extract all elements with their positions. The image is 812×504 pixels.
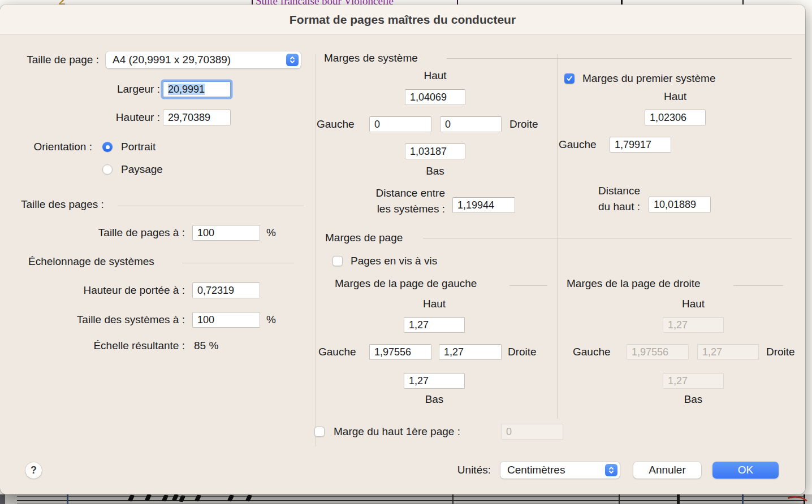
section-rule: [447, 58, 792, 59]
left-page-bottom-field[interactable]: 1,27: [404, 373, 465, 389]
barline: [452, 494, 453, 504]
staff-line: [17, 500, 805, 501]
right-page-section-label: Marges de la page de droite: [567, 277, 701, 290]
height-field[interactable]: 29,70389: [163, 110, 231, 125]
system-margin-top-field[interactable]: 1,04069: [405, 89, 465, 105]
orientation-label: Orientation :: [11, 141, 92, 153]
staff-height-field[interactable]: 0,72319: [192, 283, 260, 298]
section-rule: [118, 206, 304, 206]
width-value: 20,9991: [168, 84, 205, 95]
left-page-top-field[interactable]: 1,27: [404, 317, 465, 333]
barline: [619, 494, 620, 504]
first-system-distance-label: Distance du haut :: [565, 183, 640, 215]
first-system-distance-label-line1: Distance: [565, 183, 640, 199]
portrait-label: Portrait: [121, 141, 156, 153]
section-rule: [509, 285, 547, 286]
left-page-section-label: Marges de la page de gauche: [335, 277, 477, 290]
cancel-button[interactable]: Annuler: [633, 462, 701, 479]
dialog-title: Format de pages maîtres du conducteur: [0, 13, 805, 27]
page-size-value: A4 (20,9991 x 29,70389): [113, 54, 231, 66]
page-margins-section-label: Marges de page: [325, 232, 403, 244]
facing-pages-label: Pages en vis à vis: [351, 255, 437, 267]
first-system-left-label: Gauche: [559, 138, 597, 151]
right-page-top-label: Haut: [663, 298, 724, 310]
column-divider: [316, 54, 316, 446]
system-margin-right-field[interactable]: 0: [440, 116, 502, 132]
first-page-top-margin-field: 0: [501, 424, 563, 440]
resulting-scale-label: Échelle résultante :: [57, 340, 185, 352]
page-scale-field[interactable]: 100: [192, 225, 260, 241]
first-system-distance-field[interactable]: 10,01889: [649, 197, 711, 212]
right-page-bottom-label: Bas: [663, 393, 724, 406]
popup-stepper-icon: [286, 54, 299, 66]
system-distance-label-line1: Distance entre: [339, 185, 445, 201]
first-system-checkbox[interactable]: [564, 73, 575, 84]
system-scale-field[interactable]: 100: [192, 312, 260, 328]
system-scale-percent: %: [266, 314, 276, 326]
page-size-label: Taille de page :: [6, 54, 99, 66]
system-distance-label-line2: les systèmes :: [339, 201, 445, 217]
portrait-radio[interactable]: [102, 142, 113, 152]
resulting-scale-value: 85 %: [194, 340, 218, 352]
first-system-distance-label-line2: du haut :: [565, 199, 640, 215]
facing-pages-checkbox[interactable]: [332, 256, 343, 266]
left-page-bottom-label: Bas: [404, 393, 465, 406]
right-page-left-label: Gauche: [573, 346, 611, 358]
width-field[interactable]: 20,9991: [163, 81, 231, 97]
units-value: Centimètres: [507, 464, 565, 476]
units-label: Unités:: [430, 464, 491, 476]
width-label: Largeur :: [79, 83, 160, 95]
page-size-select[interactable]: A4 (20,9991 x 29,70389): [106, 51, 301, 68]
left-page-left-field[interactable]: 1,97556: [369, 344, 431, 360]
system-margins-section-label: Marges de système: [324, 52, 418, 64]
first-system-top-field[interactable]: 1,02306: [645, 110, 706, 125]
page-scale-label: Taille de pages à :: [57, 227, 185, 239]
score-page-bottom: [0, 494, 812, 504]
ok-button[interactable]: OK: [712, 462, 779, 479]
staff-line: [17, 496, 805, 497]
staff-line: [17, 503, 805, 503]
system-margin-left-field[interactable]: 0: [369, 116, 431, 132]
landscape-label: Paysage: [121, 163, 163, 176]
barline: [677, 494, 680, 504]
first-system-left-field[interactable]: 1,79917: [610, 137, 671, 153]
barline: [742, 494, 744, 504]
section-rule: [423, 238, 792, 238]
checkmark-icon: [566, 75, 573, 82]
right-page-left-field: 1,97556: [627, 344, 689, 360]
left-page-top-label: Haut: [404, 298, 465, 310]
system-scale-section-label: Échelonnage de systèmes: [28, 255, 154, 268]
page-scale-section-label: Taille des pages :: [21, 198, 104, 211]
right-page-right-label: Droite: [766, 346, 795, 358]
first-system-checkbox-label: Marges du premier système: [582, 72, 715, 85]
system-margin-bottom-label: Bas: [405, 165, 465, 177]
help-button[interactable]: ?: [25, 462, 42, 479]
dialog-titlebar: Format de pages maîtres du conducteur: [0, 5, 805, 35]
right-page-right-field: 1,27: [697, 344, 759, 360]
page-format-dialog: Format de pages maîtres du conducteur Ta…: [0, 5, 805, 494]
left-page-right-field[interactable]: 1,27: [439, 344, 502, 360]
right-page-top-field: 1,27: [663, 317, 724, 333]
popup-stepper-icon: [605, 464, 617, 476]
landscape-radio[interactable]: [102, 164, 113, 175]
section-rule: [733, 285, 783, 286]
units-select[interactable]: Centimètres: [500, 462, 620, 479]
system-distance-field[interactable]: 1,19944: [452, 197, 515, 213]
first-system-top-label: Haut: [645, 90, 706, 103]
system-scale-label: Taille des systèmes à :: [57, 314, 185, 326]
section-rule: [182, 263, 294, 263]
left-page-left-label: Gauche: [318, 346, 356, 358]
height-label: Hauteur :: [79, 111, 160, 124]
system-margin-bottom-field[interactable]: 1,03187: [405, 144, 465, 159]
system-margin-left-label: Gauche: [317, 118, 355, 131]
system-margin-right-label: Droite: [509, 118, 538, 131]
left-page-right-label: Droite: [508, 346, 537, 358]
screen: 2 Suite française pour Violoncelle Forma…: [0, 0, 812, 504]
score-edge: [0, 494, 5, 504]
page-scale-percent: %: [266, 227, 276, 239]
column-divider: [557, 54, 558, 419]
system-margin-top-label: Haut: [405, 69, 465, 82]
system-distance-label: Distance entre les systèmes :: [339, 185, 445, 217]
first-page-top-margin-label: Marge du haut 1ère page :: [334, 425, 460, 438]
first-page-top-margin-checkbox[interactable]: [314, 427, 325, 437]
